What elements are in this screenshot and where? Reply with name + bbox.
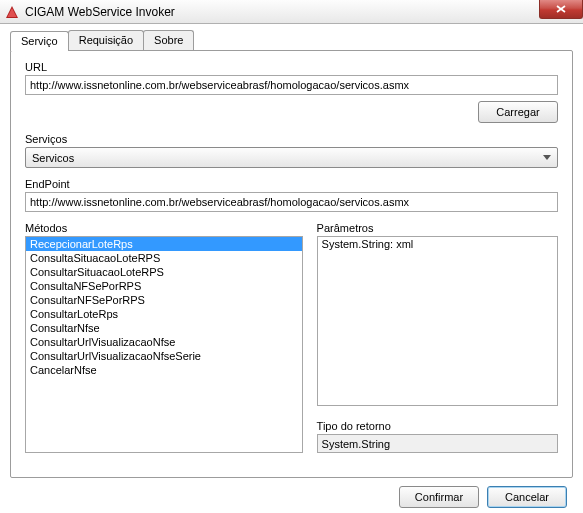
retorno-value: System.String bbox=[322, 438, 390, 450]
app-icon bbox=[4, 4, 20, 20]
metodos-item[interactable]: ConsultaNFSePorRPS bbox=[26, 279, 302, 293]
metodos-item[interactable]: ConsultarLoteRps bbox=[26, 307, 302, 321]
chevron-down-icon bbox=[543, 155, 551, 160]
metodos-item[interactable]: ConsultarUrlVisualizacaoNfseSerie bbox=[26, 349, 302, 363]
metodos-item[interactable]: ConsultarNFSePorRPS bbox=[26, 293, 302, 307]
parametros-label: Parâmetros bbox=[317, 222, 558, 234]
metodos-listbox[interactable]: RecepcionarLoteRpsConsultaSituacaoLoteRP… bbox=[25, 236, 303, 453]
tab-servico[interactable]: Serviço bbox=[10, 31, 69, 51]
url-label: URL bbox=[25, 61, 558, 73]
metodos-item[interactable]: RecepcionarLoteRps bbox=[26, 237, 302, 251]
tab-requisicao[interactable]: Requisição bbox=[68, 30, 144, 50]
cancelar-button[interactable]: Cancelar bbox=[487, 486, 567, 508]
confirmar-button[interactable]: Confirmar bbox=[399, 486, 479, 508]
retorno-box: System.String bbox=[317, 434, 558, 453]
carregar-button[interactable]: Carregar bbox=[478, 101, 558, 123]
endpoint-input[interactable] bbox=[25, 192, 558, 212]
parametros-value: System.String: xml bbox=[322, 238, 414, 250]
window-title: CIGAM WebService Invoker bbox=[25, 5, 175, 19]
servicos-select[interactable]: Servicos bbox=[25, 147, 558, 168]
title-bar: CIGAM WebService Invoker bbox=[0, 0, 583, 24]
servicos-label: Serviços bbox=[25, 133, 558, 145]
tab-strip: Serviço Requisição Sobre bbox=[10, 30, 573, 50]
retorno-label: Tipo do retorno bbox=[317, 420, 558, 432]
metodos-item[interactable]: ConsultarNfse bbox=[26, 321, 302, 335]
metodos-item[interactable]: ConsultaSituacaoLoteRPS bbox=[26, 251, 302, 265]
tab-panel-servico: URL Carregar Serviços Servicos EndPoint … bbox=[10, 50, 573, 478]
close-icon bbox=[556, 5, 566, 13]
metodos-label: Métodos bbox=[25, 222, 303, 234]
metodos-item[interactable]: ConsultarSituacaoLoteRPS bbox=[26, 265, 302, 279]
footer-buttons: Confirmar Cancelar bbox=[10, 486, 573, 508]
url-input[interactable] bbox=[25, 75, 558, 95]
endpoint-label: EndPoint bbox=[25, 178, 558, 190]
servicos-selected: Servicos bbox=[32, 152, 74, 164]
close-button[interactable] bbox=[539, 0, 583, 19]
metodos-item[interactable]: ConsultarUrlVisualizacaoNfse bbox=[26, 335, 302, 349]
tab-sobre[interactable]: Sobre bbox=[143, 30, 194, 50]
parametros-box[interactable]: System.String: xml bbox=[317, 236, 558, 406]
metodos-item[interactable]: CancelarNfse bbox=[26, 363, 302, 377]
